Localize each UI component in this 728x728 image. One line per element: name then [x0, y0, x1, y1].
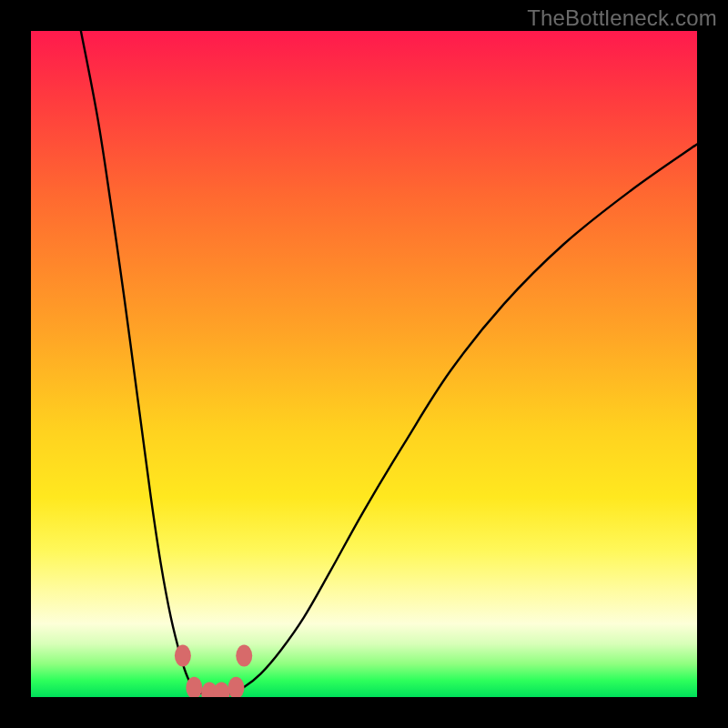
curve-marker	[175, 645, 191, 667]
curve-marker	[236, 645, 252, 667]
plot-area	[31, 31, 697, 697]
curve-marker	[228, 677, 244, 697]
watermark-text: TheBottleneck.com	[527, 5, 717, 31]
bottleneck-curve-svg	[31, 31, 697, 697]
curve-marker	[213, 682, 229, 697]
curve-group	[81, 31, 697, 695]
chart-frame: TheBottleneck.com	[0, 0, 728, 728]
bottleneck-curve	[81, 31, 697, 695]
